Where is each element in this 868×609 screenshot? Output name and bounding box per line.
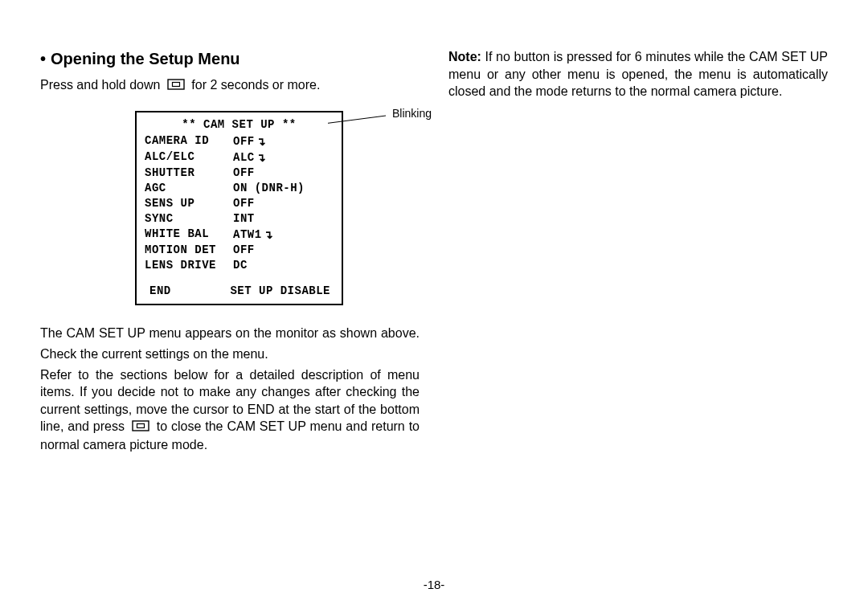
submenu-arrow-icon: ↴ — [256, 150, 267, 166]
submenu-arrow-icon: ↴ — [264, 227, 274, 243]
osd-menu-figure: Blinking ** CAM SET UP ** CAMERA ID OFF↴… — [40, 111, 420, 306]
menu-row-sens-up: SENS UP OFF — [145, 196, 334, 211]
menu-item-value: INT — [233, 211, 334, 227]
left-column: •Opening the Setup Menu Press and hold d… — [40, 48, 420, 585]
note-paragraph: Note: If no button is pressed for 6 minu… — [448, 48, 828, 100]
menu-item-label: SYNC — [145, 211, 233, 227]
menu-item-label: CAMERA ID — [145, 133, 233, 149]
right-column: Note: If no button is pressed for 6 minu… — [448, 48, 828, 585]
menu-item-value: OFF — [233, 196, 334, 211]
section-heading: •Opening the Setup Menu — [40, 48, 420, 70]
callout-label: Blinking — [392, 106, 432, 121]
menu-item-value: ALC↴ — [233, 149, 334, 166]
menu-item-value: ON (DNR-H) — [233, 181, 334, 196]
svg-rect-1 — [172, 82, 179, 86]
menu-item-value: OFF — [233, 243, 334, 258]
menu-item-label: AGC — [145, 181, 233, 196]
menu-end-label: END — [149, 284, 171, 299]
menu-row-camera-id: CAMERA ID OFF↴ — [145, 133, 334, 149]
osd-menu-box: ** CAM SET UP ** CAMERA ID OFF↴ ALC/ELC … — [135, 111, 343, 306]
intro-prefix: Press and hold down — [40, 78, 164, 92]
menu-row-lens-drive: LENS DRIVE DC — [145, 258, 334, 273]
bullet-icon: • — [40, 50, 46, 67]
menu-row-alc-elc: ALC/ELC ALC↴ — [145, 149, 334, 166]
menu-setup-disable-label: SET UP DISABLE — [230, 284, 330, 299]
page-number: -18- — [0, 578, 868, 591]
svg-rect-3 — [133, 421, 149, 431]
body-paragraph-1: The CAM SET UP menu appears on the monit… — [40, 325, 420, 342]
menu-item-label: ALC/ELC — [145, 149, 233, 166]
menu-item-label: SENS UP — [145, 196, 233, 211]
menu-item-value: DC — [233, 258, 334, 273]
menu-row-white-bal: WHITE BAL ATW1↴ — [145, 227, 334, 243]
heading-text: Opening the Setup Menu — [51, 50, 240, 67]
svg-rect-4 — [137, 424, 144, 428]
menu-item-value: OFF↴ — [233, 133, 334, 149]
menu-item-label: WHITE BAL — [145, 227, 233, 243]
osd-menu-title: ** CAM SET UP ** — [145, 117, 334, 133]
note-label: Note: — [448, 50, 481, 63]
note-text: If no button is pressed for 6 minutes wh… — [448, 50, 828, 98]
menu-item-label: LENS DRIVE — [145, 258, 233, 273]
body-paragraph-2: Check the current settings on the menu. — [40, 345, 420, 363]
menu-item-value: OFF — [233, 166, 334, 181]
menu-row-sync: SYNC INT — [145, 211, 334, 227]
menu-bottom-row: END SET UP DISABLE — [145, 284, 334, 299]
intro-suffix: for 2 seconds or more. — [191, 78, 320, 92]
menu-row-shutter: SHUTTER OFF — [145, 166, 334, 181]
menu-item-label: MOTION DET — [145, 243, 233, 258]
manual-page: •Opening the Setup Menu Press and hold d… — [0, 0, 868, 609]
svg-rect-0 — [168, 80, 184, 89]
body-paragraph-3: Refer to the sections below for a detail… — [40, 366, 420, 454]
menu-row-agc: AGC ON (DNR-H) — [145, 181, 334, 196]
menu-item-label: SHUTTER — [145, 166, 233, 181]
menu-button-icon — [167, 77, 185, 95]
menu-button-icon — [132, 419, 149, 436]
menu-row-motion-det: MOTION DET OFF — [145, 243, 334, 258]
submenu-arrow-icon: ↴ — [256, 134, 267, 149]
menu-item-value: ATW1↴ — [233, 227, 334, 243]
intro-line: Press and hold down for 2 seconds or mor… — [40, 76, 420, 95]
